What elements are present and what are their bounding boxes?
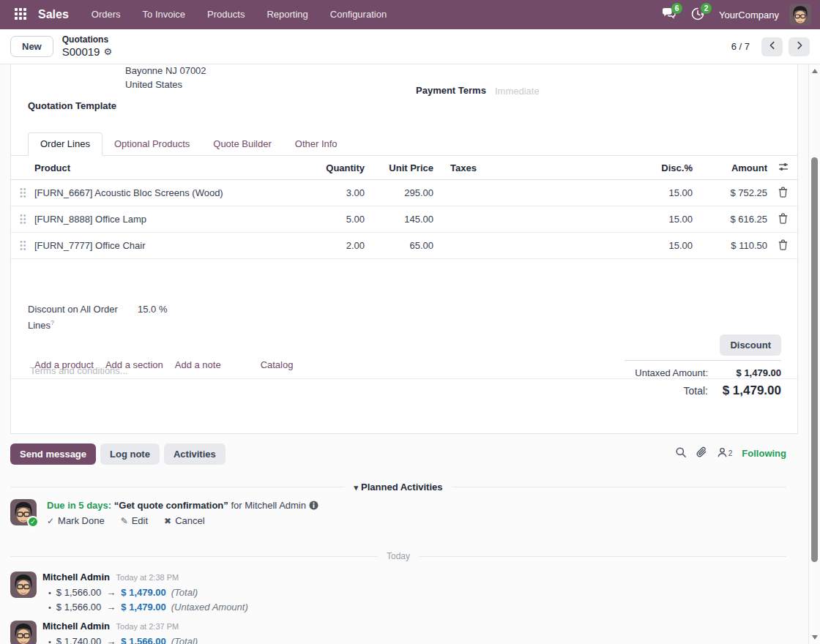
trash-icon — [778, 213, 788, 226]
delete-row-button[interactable] — [777, 187, 797, 200]
top-navbar: Sales Orders To Invoice Products Reporti… — [0, 0, 820, 29]
table-row[interactable]: [FURN_6667] Acoustic Bloc Screens (Wood)… — [11, 180, 797, 206]
tracking-field-name: (Total) — [171, 636, 198, 644]
tracking-old-value: $ 1,566.00 — [56, 587, 101, 598]
menu-products[interactable]: Products — [198, 0, 254, 29]
followers-button[interactable]: 2 — [717, 447, 733, 460]
discount-button[interactable]: Discount — [720, 334, 781, 356]
scroll-down-icon[interactable] — [812, 635, 818, 640]
tracking-value-row: • $ 1,740.00 → $ 1,566.00 (Total) — [42, 636, 198, 644]
breadcrumb-quotations[interactable]: Quotations — [62, 34, 112, 45]
payment-terms-field[interactable]: Immediate — [495, 86, 540, 97]
user-avatar[interactable] — [789, 4, 811, 26]
scrollbar-thumb[interactable] — [811, 157, 818, 562]
drag-dots-icon — [18, 239, 27, 252]
cell-unit-price[interactable]: 145.00 — [373, 214, 442, 225]
apps-menu-button[interactable] — [9, 3, 32, 26]
delete-row-button[interactable] — [777, 213, 797, 226]
tracking-old-value: $ 1,740.00 — [56, 636, 101, 644]
catalog-link[interactable]: Catalog — [261, 359, 294, 370]
bullet-icon: • — [48, 637, 51, 644]
message-avatar[interactable] — [10, 572, 37, 598]
add-a-note-link[interactable]: Add a note — [175, 359, 221, 370]
message-avatar[interactable] — [10, 621, 37, 644]
activity-done-badge-icon: ✓ — [27, 516, 39, 528]
trash-icon — [778, 187, 788, 200]
menu-orders[interactable]: Orders — [82, 0, 130, 29]
delete-row-button[interactable] — [777, 239, 797, 252]
cell-unit-price[interactable]: 295.00 — [373, 187, 442, 198]
cell-product[interactable]: [FURN_6667] Acoustic Bloc Screens (Wood) — [34, 187, 308, 198]
apps-grid-icon — [15, 8, 26, 22]
header-amount[interactable]: Amount — [702, 162, 777, 173]
activities-menu-button[interactable]: 2 — [687, 4, 709, 26]
scroll-up-icon[interactable] — [812, 69, 818, 73]
info-icon[interactable] — [309, 500, 318, 511]
tab-order-lines[interactable]: Order Lines — [28, 132, 102, 156]
message-author[interactable]: Mitchell Admin — [42, 572, 110, 583]
cell-discount[interactable]: 15.00 — [629, 214, 702, 225]
tab-optional-products[interactable]: Optional Products — [102, 133, 201, 155]
new-button[interactable]: New — [10, 36, 53, 57]
cell-unit-price[interactable]: 65.00 — [373, 240, 442, 251]
cell-product[interactable]: [FURN_8888] Office Lamp — [34, 214, 308, 225]
app-name[interactable]: Sales — [38, 8, 69, 21]
cell-discount[interactable]: 15.00 — [629, 187, 702, 198]
menu-to-invoice[interactable]: To Invoice — [133, 0, 195, 29]
drag-dots-icon — [18, 213, 27, 225]
header-product[interactable]: Product — [34, 162, 308, 173]
activities-button[interactable]: Activities — [164, 443, 225, 465]
search-messages-button[interactable] — [675, 446, 687, 460]
cell-product[interactable]: [FURN_7777] Office Chair — [34, 240, 308, 251]
drag-handle[interactable] — [11, 187, 34, 199]
tracking-field-name: (Untaxed Amount) — [171, 602, 248, 613]
cell-quantity[interactable]: 3.00 — [308, 187, 373, 198]
pager-previous-button[interactable] — [761, 37, 783, 56]
vertical-scrollbar[interactable] — [808, 64, 820, 644]
notebook-tabs: Order Lines Optional Products Quote Buil… — [11, 132, 797, 156]
menu-reporting[interactable]: Reporting — [257, 0, 317, 29]
send-message-button[interactable]: Send message — [10, 443, 96, 465]
header-quantity[interactable]: Quantity — [308, 162, 373, 173]
table-row[interactable]: [FURN_7777] Office Chair 2.00 65.00 15.0… — [11, 233, 797, 259]
gear-icon[interactable]: ⚙ — [103, 46, 112, 58]
untaxed-amount-value: $ 1,479.00 — [708, 367, 781, 378]
tab-quote-builder[interactable]: Quote Builder — [201, 133, 283, 155]
activity-avatar[interactable]: ✓ — [10, 499, 37, 525]
help-question-icon[interactable]: ? — [51, 319, 54, 326]
tab-other-info[interactable]: Other Info — [283, 133, 349, 155]
bullet-icon: • — [48, 588, 51, 597]
terms-and-conditions-field[interactable]: Terms and conditions... — [30, 365, 128, 376]
header-unit-price[interactable]: Unit Price — [373, 162, 442, 173]
planned-activities-toggle[interactable]: ▾Planned Activities — [354, 482, 442, 493]
cell-discount[interactable]: 15.00 — [629, 240, 702, 251]
cell-quantity[interactable]: 5.00 — [308, 214, 373, 225]
mark-done-button[interactable]: ✓ Mark Done — [47, 515, 105, 526]
discount-field-value[interactable]: 15.0 % — [138, 303, 167, 332]
message-author[interactable]: Mitchell Admin — [42, 621, 110, 632]
bullet-icon: • — [48, 603, 51, 612]
activity-assignee: for Mitchell Admin — [231, 500, 306, 511]
pager-next-button[interactable] — [789, 37, 810, 56]
following-toggle[interactable]: Following — [742, 448, 786, 459]
company-name[interactable]: YourCompany — [719, 10, 779, 20]
caret-down-icon: ▾ — [354, 483, 358, 492]
x-icon: ✖ — [164, 516, 171, 526]
attach-files-button[interactable] — [696, 446, 707, 460]
tracking-new-value: $ 1,479.00 — [121, 587, 165, 598]
log-note-button[interactable]: Log note — [100, 443, 160, 465]
cancel-activity-button[interactable]: ✖ Cancel — [164, 515, 205, 526]
table-row[interactable]: [FURN_8888] Office Lamp 5.00 145.00 15.0… — [11, 206, 797, 233]
optional-columns-button[interactable] — [777, 162, 797, 174]
header-taxes[interactable]: Taxes — [442, 162, 629, 173]
cell-quantity[interactable]: 2.00 — [308, 240, 373, 251]
drag-handle[interactable] — [11, 213, 34, 225]
menu-configuration[interactable]: Configuration — [321, 0, 396, 29]
message-time: Today at 2:37 PM — [116, 622, 179, 631]
messages-menu-button[interactable]: 6 — [657, 4, 679, 26]
drag-handle[interactable] — [11, 239, 34, 252]
today-label: Today — [387, 551, 410, 561]
header-discount[interactable]: Disc.% — [629, 162, 702, 173]
cell-amount: $ 752.25 — [702, 187, 777, 198]
edit-activity-button[interactable]: ✎ Edit — [121, 515, 148, 526]
